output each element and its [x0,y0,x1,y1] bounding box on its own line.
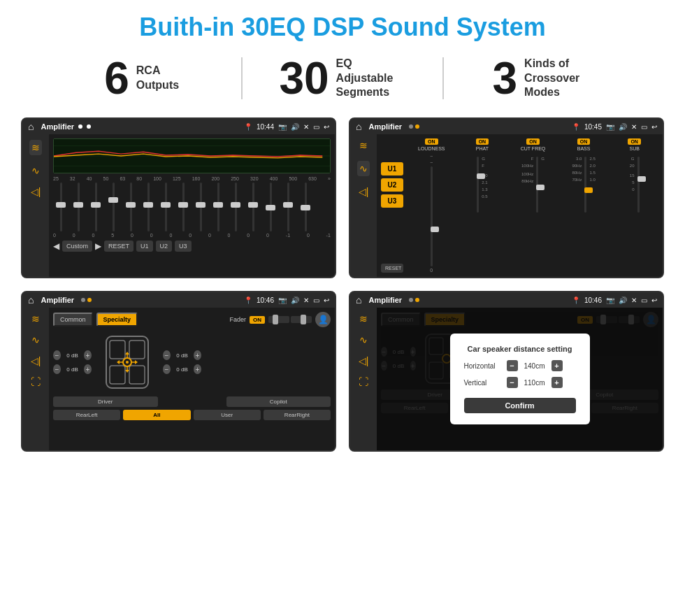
db-fr-plus[interactable]: + [194,350,201,360]
wave-icon-2[interactable]: ∿ [357,161,370,176]
vol-icon-1[interactable]: ◁| [31,186,41,197]
vertical-minus[interactable]: − [507,377,518,388]
custom-btn[interactable]: Custom [62,241,92,252]
eq-label-63: 63 [120,176,125,181]
expand-icon-3[interactable]: ⛶ [31,376,41,387]
fader-slider-2[interactable] [291,316,312,323]
back-icon-3[interactable]: ↩ [324,296,329,304]
screen1-time: 10:44 [257,123,274,131]
u3-panel[interactable]: U3 [381,194,403,208]
eq-slider-9[interactable] [193,182,208,231]
rect-icon-2: ▭ [641,123,647,131]
channel-cutfreq: ON CUT FREQ F 100Hz 100Hz 80kHz [509,138,557,273]
channel-bass: ON BASS 3.0 90Hz 80Hz 70Hz [560,138,608,273]
u1-btn-1[interactable]: U1 [136,241,153,252]
eq-label-80: 80 [136,176,142,181]
stat-rca-number: 6 [104,56,129,101]
copilot-btn-3[interactable]: Copilot [226,396,331,407]
stat-eq-label: EQ AdjustableSegments [336,57,406,100]
screen1-main: 25 32 40 50 63 80 100 125 160 200 250 32… [49,134,335,277]
u2-btn-1[interactable]: U2 [156,241,173,252]
eq-slider-10[interactable] [210,182,226,231]
rearleft-btn-3[interactable]: RearLeft [53,410,120,420]
prev-btn[interactable]: ◀ [53,241,59,251]
horizontal-label: Horizontal [464,362,503,370]
eq-slider-2[interactable] [71,182,86,231]
user-btn-3[interactable]: User [194,410,261,420]
db-fl-minus[interactable]: − [53,350,61,360]
vol-icon-2[interactable]: ◁| [359,186,369,197]
db-rr-plus[interactable]: + [194,364,201,374]
play-btn[interactable]: ▶ [95,241,101,251]
profile-icon-3[interactable]: 👤 [315,312,331,327]
home-icon-1[interactable]: ⌂ [28,121,34,132]
wave-icon-4[interactable]: ∿ [359,334,368,345]
db-rl-plus[interactable]: + [84,364,92,374]
eq-label-200: 200 [211,176,219,181]
eq-slider-14[interactable] [280,182,296,231]
eq-icon-1[interactable]: ≋ [29,140,42,155]
u1-panel[interactable]: U1 [381,162,403,176]
eq-slider-3[interactable] [88,182,103,231]
home-icon-3[interactable]: ⌂ [28,294,34,306]
eq-slider-5[interactable] [123,182,138,231]
rearright-btn-3[interactable]: RearRight [264,410,331,420]
eq-slider-4[interactable] [106,182,121,231]
back-icon-4[interactable]: ↩ [651,296,657,304]
rect-icon-4: ▭ [641,296,647,304]
eq-slider-12[interactable] [245,182,261,231]
speaker-icon-1: 🔊 [291,123,299,131]
eq-slider-15[interactable] [298,182,313,231]
horizontal-minus[interactable]: − [507,360,518,371]
status-dot-4 [415,124,419,129]
db-rl-minus[interactable]: − [53,364,61,374]
eq-icon-2[interactable]: ≋ [359,140,368,151]
screen3-body: ≋ ∿ ◁| ⛶ Common Specialty Fader ON [22,308,335,450]
vertical-plus[interactable]: + [551,377,563,388]
speaker-icon-4: 🔊 [619,296,627,304]
x-icon-3: ✕ [303,296,309,304]
on-badge-cutfreq: ON [526,138,540,145]
bottom-btns-3: Driver Copilot [53,396,331,407]
back-icon-2[interactable]: ↩ [651,123,657,131]
driver-btn-3[interactable]: Driver [53,396,158,407]
u2-panel[interactable]: U2 [381,178,403,192]
fader-slider-1[interactable] [268,316,289,323]
status-dot-6 [87,298,92,302]
eq-icon-4[interactable]: ≋ [359,313,368,324]
screen4-title: Amplifier [368,296,402,304]
status-dot-1 [78,124,82,129]
back-icon-1[interactable]: ↩ [324,123,329,131]
wave-icon-1[interactable]: ∿ [31,165,40,176]
all-btn-3[interactable]: All [123,410,190,420]
horizontal-plus[interactable]: + [551,360,563,371]
db-fl-plus[interactable]: + [84,350,92,360]
x-icon-1: ✕ [303,123,309,131]
eq-slider-1[interactable] [53,182,68,231]
reset-btn-2[interactable]: RESET [381,264,403,273]
pin-icon-3: 📍 [244,296,252,304]
expand-icon-4[interactable]: ⛶ [359,376,368,387]
u3-btn-1[interactable]: U3 [175,241,192,252]
db-rr-minus[interactable]: − [163,364,171,374]
home-icon-4[interactable]: ⌂ [356,294,361,306]
eq-slider-11[interactable] [228,182,243,231]
eq-slider-8[interactable] [175,182,191,231]
eq-slider-6[interactable] [140,182,156,231]
reset-btn-1[interactable]: RESET [104,241,134,252]
eq-slider-13[interactable] [263,182,278,231]
confirm-button[interactable]: Confirm [464,398,576,413]
eq-icon-3[interactable]: ≋ [31,313,40,324]
vol-icon-3[interactable]: ◁| [31,355,41,366]
db-rl: − 0 dB + [53,364,92,374]
db-fr-minus[interactable]: − [163,350,171,360]
common-tab-3[interactable]: Common [53,313,93,327]
vol-icon-4[interactable]: ◁| [359,355,369,366]
eq-label-expand[interactable]: » [328,176,331,181]
home-icon-2[interactable]: ⌂ [356,121,361,132]
wave-icon-3[interactable]: ∿ [31,334,40,345]
svg-marker-16 [125,370,129,373]
db-rr-val: 0 dB [173,366,191,373]
eq-slider-7[interactable] [158,182,173,231]
specialty-tab-3[interactable]: Specialty [96,313,138,327]
